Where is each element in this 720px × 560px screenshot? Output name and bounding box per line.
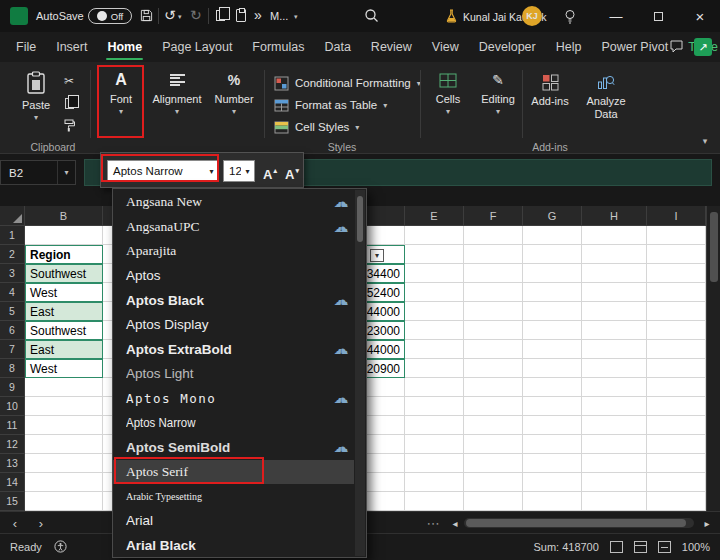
font-button[interactable]: A Font ▾ [101, 70, 141, 116]
page-break-view-icon[interactable] [658, 541, 671, 553]
page-layout-view-icon[interactable] [634, 541, 647, 553]
tab-page-layout[interactable]: Page Layout [152, 32, 242, 62]
cell-styles-button[interactable]: Cell Styles ▾ [274, 117, 359, 137]
cell[interactable] [464, 226, 523, 245]
cell-B6[interactable]: Southwest [25, 321, 103, 340]
row-header-13[interactable]: 13 [0, 454, 25, 473]
restore-button[interactable] [648, 6, 668, 26]
grow-font-button[interactable]: A▴ [259, 160, 281, 182]
close-button[interactable]: × [690, 6, 710, 26]
font-size-combobox[interactable]: 12 ▾ [223, 160, 255, 182]
cell[interactable] [647, 473, 706, 492]
copy-button-ribbon[interactable] [58, 94, 80, 112]
cell[interactable] [647, 302, 706, 321]
scroll-right-button[interactable]: ▸ [698, 514, 716, 532]
autosave-toggle[interactable]: Off [88, 8, 132, 24]
font-option-angsanaupc[interactable]: AngsanaUPC☁↓ [113, 215, 354, 240]
chevron-down-icon[interactable]: ▾ [241, 167, 254, 176]
conditional-formatting-button[interactable]: Conditional Formatting ▾ [274, 73, 421, 93]
row-header-11[interactable]: 11 [0, 416, 25, 435]
filter-button[interactable]: ▾ [370, 249, 384, 262]
cell-B3[interactable]: Southwest [25, 264, 103, 283]
font-option-aptos-extrabold[interactable]: Aptos ExtraBold☁↓ [113, 337, 354, 362]
cell[interactable] [405, 397, 464, 416]
tab-data[interactable]: Data [314, 32, 360, 62]
addins-button[interactable]: Add-ins [528, 72, 572, 107]
cell[interactable] [464, 492, 523, 511]
cell[interactable] [582, 340, 647, 359]
cell[interactable] [464, 378, 523, 397]
save-button[interactable] [140, 9, 153, 22]
cell[interactable] [647, 226, 706, 245]
prev-sheet-button[interactable]: ‹ [6, 514, 24, 532]
tab-review[interactable]: Review [361, 32, 422, 62]
shrink-font-button[interactable]: A▾ [281, 160, 303, 182]
cell[interactable] [523, 321, 582, 340]
row-header-1[interactable]: 1 [0, 226, 25, 245]
font-option-aptos-narrow[interactable]: Aptos Narrow [113, 411, 354, 436]
row-header-15[interactable]: 15 [0, 492, 25, 511]
collapse-ribbon-icon[interactable]: ▾ [694, 132, 716, 150]
cell[interactable] [647, 283, 706, 302]
cell[interactable] [405, 416, 464, 435]
column-header-G[interactable]: G [523, 206, 582, 226]
cell[interactable] [582, 454, 647, 473]
cell[interactable] [647, 397, 706, 416]
copy-button[interactable] [216, 10, 225, 21]
normal-view-icon[interactable] [610, 541, 623, 553]
row-header-3[interactable]: 3 [0, 264, 25, 283]
cell[interactable] [464, 454, 523, 473]
cell[interactable] [647, 264, 706, 283]
undo-dropdown-icon[interactable]: ▾ [178, 13, 182, 21]
cell-B2[interactable]: Region [25, 245, 103, 264]
cell[interactable] [582, 283, 647, 302]
cell[interactable] [405, 321, 464, 340]
clipboard-button[interactable] [236, 9, 246, 22]
excel-logo-icon[interactable] [10, 7, 28, 25]
search-button[interactable] [364, 8, 379, 23]
row-header-7[interactable]: 7 [0, 340, 25, 359]
flask-icon[interactable] [445, 9, 458, 23]
tab-power-pivot[interactable]: Power Pivot [591, 32, 678, 62]
row-header-10[interactable]: 10 [0, 397, 25, 416]
cell[interactable] [25, 416, 103, 435]
next-sheet-button[interactable]: › [32, 514, 50, 532]
undo-button[interactable]: ↺ [164, 8, 176, 22]
format-painter-button[interactable] [58, 116, 80, 134]
cell[interactable] [405, 245, 464, 264]
cell[interactable] [25, 397, 103, 416]
cell[interactable] [405, 340, 464, 359]
cell[interactable] [25, 454, 103, 473]
column-header-B[interactable]: B [25, 206, 103, 226]
row-header-2[interactable]: 2 [0, 245, 25, 264]
cell[interactable] [647, 454, 706, 473]
cell[interactable] [647, 435, 706, 454]
analyze-data-button[interactable]: Analyze Data [580, 72, 632, 121]
tab-help[interactable]: Help [546, 32, 592, 62]
cell[interactable] [523, 340, 582, 359]
column-header-F[interactable]: F [464, 206, 523, 226]
comments-icon[interactable] [669, 39, 684, 56]
cell[interactable] [647, 378, 706, 397]
dropdown-scroll-thumb[interactable] [357, 196, 363, 242]
font-option-arabic-typesetting[interactable]: Arabic Typesetting [113, 484, 354, 509]
cell[interactable] [647, 416, 706, 435]
cell[interactable] [464, 340, 523, 359]
cell[interactable] [25, 473, 103, 492]
cell[interactable] [464, 397, 523, 416]
cell[interactable] [582, 321, 647, 340]
cell[interactable] [647, 359, 706, 378]
cell[interactable] [582, 435, 647, 454]
column-header-I[interactable]: I [647, 206, 706, 226]
cell[interactable] [405, 226, 464, 245]
row-header-12[interactable]: 12 [0, 435, 25, 454]
row-header-8[interactable]: 8 [0, 359, 25, 378]
cell[interactable] [582, 397, 647, 416]
row-header-9[interactable]: 9 [0, 378, 25, 397]
cell[interactable] [464, 359, 523, 378]
name-box[interactable]: B2 ▾ [0, 160, 76, 185]
cell-B5[interactable]: East [25, 302, 103, 321]
tab-developer[interactable]: Developer [469, 32, 546, 62]
cell[interactable] [582, 245, 647, 264]
cell[interactable] [464, 435, 523, 454]
